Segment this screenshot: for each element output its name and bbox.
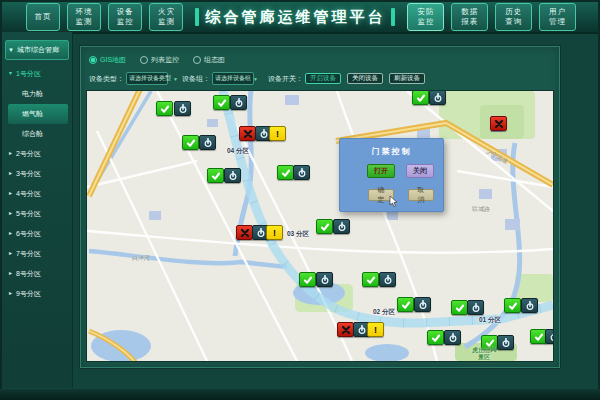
sidebar-item-9号分区[interactable]: 9号分区 [2,284,72,304]
status-ok-icon[interactable] [213,95,230,110]
device-type-select[interactable]: 请选择设备类型 ▼ [126,72,168,85]
dialog-title: 门禁控制 [340,146,443,157]
power-icon[interactable] [174,101,191,116]
power-icon[interactable] [224,168,241,183]
warning-icon[interactable]: ! [367,322,384,337]
status-offline-icon[interactable] [239,126,256,141]
switch-button-关闭设备[interactable]: 关闭设备 [347,73,383,84]
warning-icon[interactable]: ! [269,126,286,141]
nav-button-设备监控[interactable]: 设备监控 [108,3,142,31]
view-mode-radios: GIS地图列表监控组态图 [89,55,225,65]
zone-label: 02 分区 [373,308,395,317]
power-icon[interactable] [293,165,310,180]
nav-button-用户管理[interactable]: 用户管理 [539,3,576,31]
sidebar-item-8号分区[interactable]: 8号分区 [2,264,72,284]
radio-icon [193,56,201,64]
sidebar-item-6号分区[interactable]: 6号分区 [2,224,72,244]
title-accent-bar [195,8,199,26]
status-offline-icon[interactable] [236,225,253,240]
sidebar-item-电力舱[interactable]: 电力舱 [2,84,72,104]
nav-button-首页[interactable]: 首页 [26,3,60,31]
power-icon[interactable] [497,335,514,350]
status-ok-icon[interactable] [277,165,294,180]
door-open-button[interactable]: 打开 [367,164,395,178]
power-icon[interactable] [230,95,247,110]
title-accent-bar [391,8,395,26]
device-type-value: 请选择设备类型 [129,74,171,83]
sidebar-item-5号分区[interactable]: 5号分区 [2,204,72,224]
nav-button-环境监测[interactable]: 环境监测 [67,3,101,31]
sidebar-item-2号分区[interactable]: 2号分区 [2,144,72,164]
nav-button-历史查询[interactable]: 历史查询 [495,3,532,31]
status-ok-icon[interactable] [397,297,414,312]
status-offline-icon[interactable] [337,322,354,337]
power-icon[interactable] [521,298,538,313]
chevron-down-icon: ▼ [8,47,14,53]
status-ok-icon[interactable] [316,219,333,234]
status-ok-icon[interactable] [299,272,316,287]
power-icon[interactable] [316,272,333,287]
warning-icon[interactable]: ! [266,225,283,240]
device-switch-buttons: 开启设备关闭设备刷新设备 [305,73,431,84]
power-icon[interactable] [414,297,431,312]
device-type-label: 设备类型： [89,74,124,84]
chevron-down-icon: ▼ [253,76,258,82]
sidebar-tree: 1号分区电力舱燃气舱综合舱2号分区3号分区4号分区5号分区6号分区7号分区8号分… [2,64,72,304]
sidebar-root-node[interactable]: ▼ 城市综合管廊 [5,40,69,60]
zone-label: 03 分区 [287,230,309,239]
device-control-row: 设备类型： 请选择设备类型 ▼ 设备组： 请选择设备组 ▼ 设备开关： 开启设备… [89,72,431,85]
sidebar-item-3号分区[interactable]: 3号分区 [2,164,72,184]
status-ok-icon[interactable] [362,272,379,287]
status-ok-icon[interactable] [504,298,521,313]
view-mode-label: GIS地图 [100,55,126,65]
bottom-bezel [0,389,600,400]
place-label: 虎丘山风景区 [472,347,496,361]
power-icon[interactable] [199,135,216,150]
status-ok-icon[interactable] [156,101,173,116]
view-mode-label: 组态图 [204,55,225,65]
sidebar-item-1号分区[interactable]: 1号分区 [2,64,72,84]
nav-right: 安防监控数据报表历史查询用户管理 [407,3,576,31]
map-canvas[interactable]: !!! 04 分区03 分区02 分区01 分区白洋湾联城路沪宁高速虎丘山风景区… [87,91,553,361]
place-label: 联城路 [472,205,490,214]
nav-button-火灾监测[interactable]: 火灾监测 [149,3,183,31]
ok-button[interactable]: 确定 [368,189,394,201]
power-icon[interactable] [467,300,484,315]
power-icon[interactable] [444,330,461,345]
sidebar-item-综合舱[interactable]: 综合舱 [2,124,72,144]
status-ok-icon[interactable] [451,300,468,315]
app-window: 首页环境监测设备监控火灾监测 综合管廊运维管理平台 安防监控数据报表历史查询用户… [0,0,600,400]
view-mode-label: 列表监控 [151,55,179,65]
power-icon[interactable] [333,219,350,234]
sidebar-item-燃气舱[interactable]: 燃气舱 [8,104,68,124]
device-group-label: 设备组： [182,74,210,84]
device-switch-label: 设备开关： [268,74,303,84]
sidebar-item-7号分区[interactable]: 7号分区 [2,244,72,264]
top-header: 首页环境监测设备监控火灾监测 综合管廊运维管理平台 安防监控数据报表历史查询用户… [2,2,598,34]
sidebar: ▼ 城市综合管廊 1号分区电力舱燃气舱综合舱2号分区3号分区4号分区5号分区6号… [2,32,73,388]
nav-button-安防监控[interactable]: 安防监控 [407,3,444,31]
status-offline-icon[interactable] [490,116,507,131]
cancel-button[interactable]: 取消 [408,189,434,201]
device-group-value: 请选择设备组 [215,74,251,83]
status-ok-icon[interactable] [182,135,199,150]
nav-left: 首页环境监测设备监控火灾监测 [26,3,183,31]
status-ok-icon[interactable] [207,168,224,183]
sidebar-item-4号分区[interactable]: 4号分区 [2,184,72,204]
radio-icon [89,56,97,64]
switch-button-开启设备[interactable]: 开启设备 [305,73,341,84]
power-icon[interactable] [429,91,446,105]
device-group-select[interactable]: 请选择设备组 ▼ [212,72,254,85]
page-title: 综合管廊运维管理平台 [205,8,385,27]
nav-button-数据报表[interactable]: 数据报表 [451,3,488,31]
view-mode-radio-GIS地图[interactable]: GIS地图 [89,55,126,65]
status-ok-icon[interactable] [427,330,444,345]
switch-button-刷新设备[interactable]: 刷新设备 [389,73,425,84]
view-mode-radio-组态图[interactable]: 组态图 [193,55,225,65]
status-ok-icon[interactable] [412,91,429,105]
title-wrap: 综合管廊运维管理平台 [195,8,395,27]
door-close-button[interactable]: 关闭 [406,164,434,178]
view-mode-radio-列表监控[interactable]: 列表监控 [140,55,179,65]
power-icon[interactable] [545,329,553,344]
power-icon[interactable] [379,272,396,287]
